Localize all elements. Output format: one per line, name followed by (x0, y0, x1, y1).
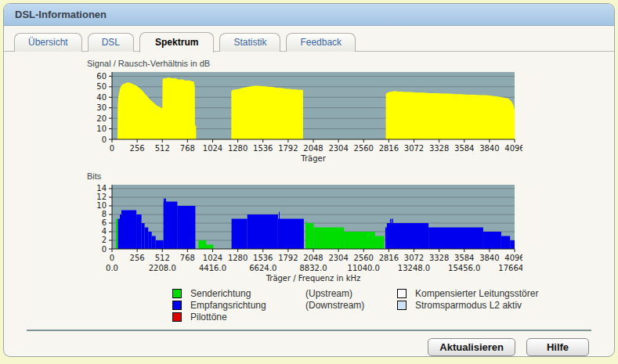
tab-statistik[interactable]: Statistik (219, 33, 280, 52)
snr-chart-title: Signal / Rausch-Verhältnis in dB (87, 59, 614, 68)
legend-label-downstream: Empfangsrichtung (190, 300, 305, 311)
svg-text:10: 10 (96, 124, 107, 133)
snr-chart: 0102030405060025651276810241280153617922… (82, 69, 522, 164)
svg-text:0: 0 (102, 245, 107, 254)
svg-text:1536: 1536 (253, 144, 273, 153)
svg-text:4096: 4096 (504, 254, 522, 262)
svg-text:8: 8 (102, 210, 107, 218)
svg-text:1024: 1024 (203, 254, 222, 262)
svg-text:12: 12 (96, 193, 107, 201)
svg-text:2048: 2048 (303, 144, 323, 153)
legend-label-upstream: Senderichtung (190, 288, 305, 299)
tab-bar: Übersicht DSL Spektrum Statistik Feedbac… (4, 26, 614, 52)
svg-text:8832.0: 8832.0 (300, 264, 327, 272)
upstream-swatch-icon (172, 289, 182, 298)
svg-text:4416.0: 4416.0 (199, 264, 226, 272)
tab-uebersicht[interactable]: Übersicht (14, 33, 82, 52)
bits-chart: 0246810121400.02565122208.076810244416.0… (82, 182, 522, 285)
tab-spektrum[interactable]: Spektrum (139, 32, 214, 52)
svg-text:13248.0: 13248.0 (398, 264, 430, 272)
legend-row-upstream: Senderichtung (Upstream) Kompensierter L… (172, 287, 614, 299)
svg-text:2048: 2048 (303, 254, 323, 262)
svg-text:1024: 1024 (203, 144, 222, 153)
svg-text:2560: 2560 (354, 254, 374, 262)
refresh-button[interactable]: Aktualisieren (428, 338, 515, 356)
legend-label-pilot: Pilottöne (190, 312, 305, 323)
help-button[interactable]: Hilfe (526, 338, 589, 356)
tab-dsl[interactable]: DSL (88, 33, 134, 52)
svg-text:1280: 1280 (228, 144, 248, 153)
svg-text:2816: 2816 (379, 144, 399, 153)
svg-text:512: 512 (155, 254, 170, 262)
svg-text:256: 256 (130, 144, 145, 153)
button-row: Aktualisieren Hilfe (4, 331, 614, 356)
svg-text:0: 0 (110, 144, 114, 153)
svg-text:3328: 3328 (429, 144, 449, 153)
svg-text:1792: 1792 (278, 144, 298, 153)
svg-text:3840: 3840 (479, 254, 499, 262)
svg-text:15456.0: 15456.0 (448, 264, 480, 272)
svg-text:6: 6 (102, 218, 107, 227)
legend-row-downstream: Empfangsrichtung (Downstream) Stromsparm… (172, 299, 614, 311)
page-title: DSL-Informationen (15, 9, 107, 20)
svg-text:2: 2 (102, 236, 107, 244)
svg-text:40: 40 (96, 93, 107, 102)
svg-text:1280: 1280 (228, 254, 248, 262)
svg-text:20: 20 (96, 114, 107, 123)
svg-text:Träger: Träger (300, 154, 326, 163)
svg-text:6624.0: 6624.0 (249, 264, 276, 272)
svg-text:0: 0 (110, 254, 114, 262)
svg-text:50: 50 (96, 82, 107, 91)
svg-text:4096: 4096 (504, 144, 522, 153)
svg-text:30: 30 (96, 103, 107, 112)
svg-text:1536: 1536 (253, 254, 273, 262)
legend-note-upstream: (Upstream) (305, 288, 397, 299)
bits-chart-title: Bits (87, 171, 614, 181)
svg-text:3072: 3072 (404, 144, 424, 153)
svg-text:2816: 2816 (379, 254, 399, 262)
svg-text:3328: 3328 (429, 254, 449, 262)
flag-swatch-stromsparmodus-icon (397, 301, 407, 310)
svg-text:512: 512 (155, 144, 170, 153)
legend: Senderichtung (Upstream) Kompensierter L… (172, 287, 614, 323)
svg-text:10: 10 (96, 201, 107, 210)
svg-text:2304: 2304 (328, 144, 348, 153)
svg-text:3072: 3072 (404, 254, 424, 262)
svg-text:768: 768 (180, 254, 195, 262)
svg-text:3584: 3584 (454, 254, 474, 262)
legend-note-downstream: (Downstream) (305, 300, 397, 311)
pilot-swatch-icon (172, 312, 182, 322)
svg-text:0: 0 (102, 135, 107, 144)
tab-feedback[interactable]: Feedback (286, 33, 356, 52)
svg-text:2304: 2304 (328, 254, 348, 262)
svg-text:3840: 3840 (479, 144, 499, 153)
bits-chart-wrap: 0246810121400.02565122208.076810244416.0… (82, 182, 614, 285)
svg-text:14: 14 (96, 184, 107, 193)
svg-text:1792: 1792 (278, 254, 298, 262)
svg-text:3584: 3584 (454, 144, 474, 153)
svg-text:0.0: 0.0 (106, 264, 118, 272)
svg-text:256: 256 (130, 254, 145, 262)
snr-chart-wrap: 0102030405060025651276810241280153617922… (82, 69, 614, 164)
svg-text:2208.0: 2208.0 (149, 264, 176, 272)
svg-text:17664.0: 17664.0 (498, 264, 522, 272)
svg-text:2560: 2560 (354, 144, 374, 153)
flag-swatch-leitungsstoerer-icon (397, 289, 407, 298)
svg-text:768: 768 (180, 144, 195, 153)
dsl-informationen-window: DSL-Informationen Übersicht DSL Spektrum… (3, 3, 615, 357)
svg-text:11040.0: 11040.0 (348, 264, 380, 272)
legend-label-stromsparmodus: Stromsparmodus L2 aktiv (415, 300, 614, 311)
svg-text:4: 4 (102, 227, 107, 236)
downstream-swatch-icon (172, 301, 182, 310)
svg-text:Träger / Frequenz in kHz: Träger / Frequenz in kHz (266, 274, 361, 283)
legend-label-leitungsstoerer: Kompensierter Leitungsstörer (415, 288, 614, 299)
window-titlebar: DSL-Informationen (4, 4, 614, 26)
legend-row-pilot: Pilottöne (172, 311, 614, 323)
svg-text:60: 60 (96, 72, 107, 81)
